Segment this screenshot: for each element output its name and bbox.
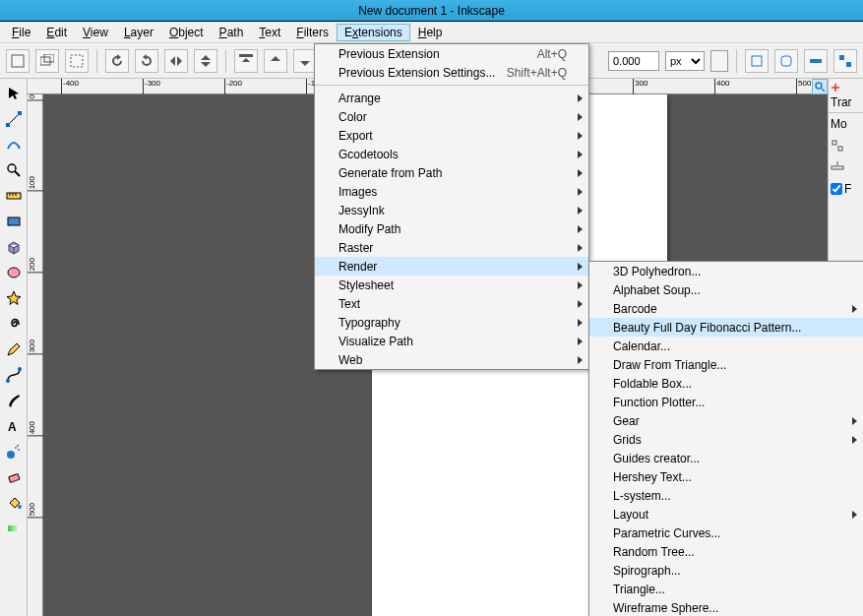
spiral-tool-icon[interactable] — [3, 313, 25, 335]
menu-item-l-system[interactable]: L-system... — [589, 486, 863, 505]
menu-item-wireframe-sphere[interactable]: Wireframe Sphere... — [589, 598, 863, 616]
flip-h-icon[interactable] — [164, 49, 188, 73]
toolbar-deselect-icon[interactable] — [65, 49, 89, 73]
menu-layer[interactable]: Layer — [116, 24, 161, 41]
bezier-tool-icon[interactable] — [3, 364, 25, 386]
3dbox-tool-icon[interactable] — [3, 236, 25, 258]
zoom-tool-icon[interactable] — [3, 159, 25, 181]
menu-item-typography[interactable]: Typography — [315, 313, 588, 332]
spray-tool-icon[interactable] — [3, 441, 25, 462]
menu-item-hershey-text[interactable]: Hershey Text... — [589, 467, 863, 486]
toolbar-select-all-icon[interactable] — [6, 49, 30, 73]
menu-item-gear[interactable]: Gear — [589, 411, 863, 430]
svg-line-32 — [822, 89, 825, 92]
transform-tab[interactable]: Trar — [829, 79, 863, 113]
ruler-find-icon[interactable] — [812, 79, 828, 94]
menu-item-gcodetools[interactable]: Gcodetools — [315, 145, 588, 163]
svg-point-20 — [8, 268, 20, 277]
svg-point-31 — [816, 83, 822, 89]
calligraphy-tool-icon[interactable] — [3, 390, 25, 411]
menu-item-stylesheet[interactable]: Stylesheet — [315, 276, 588, 294]
arrow-tool-icon[interactable] — [3, 83, 25, 104]
pencil-tool-icon[interactable] — [3, 339, 25, 360]
menu-path[interactable]: Path — [212, 24, 252, 41]
menu-item-arrange[interactable]: Arrange — [315, 89, 588, 107]
submenu-arrow-icon — [578, 300, 583, 308]
menu-item-beauty-full-day-fibonacci-pattern[interactable]: Beauty Full Day Fibonacci Pattern... — [589, 318, 863, 337]
menu-filters[interactable]: Filters — [288, 24, 337, 41]
ruler-tick: 300 — [28, 339, 43, 354]
menu-item-calendar[interactable]: Calendar... — [589, 337, 863, 355]
relative-checkbox-row[interactable]: F — [829, 178, 863, 200]
menu-item-previous-extension-settings-[interactable]: Previous Extension Settings...Shift+Alt+… — [315, 63, 588, 82]
sculpt-tool-icon[interactable] — [3, 134, 25, 155]
rotate-ccw-icon[interactable] — [105, 49, 129, 73]
menu-item-spirograph[interactable]: Spirograph... — [589, 561, 863, 580]
menu-object[interactable]: Object — [161, 24, 212, 41]
star-tool-icon[interactable] — [3, 287, 25, 309]
menu-item-triangle[interactable]: Triangle... — [589, 580, 863, 598]
raise-top-icon[interactable] — [234, 49, 258, 73]
svg-rect-3 — [71, 55, 83, 67]
menu-item-layout[interactable]: Layout — [589, 505, 863, 524]
svg-rect-28 — [8, 473, 19, 482]
menu-item-parametric-curves[interactable]: Parametric Curves... — [589, 524, 863, 542]
svg-rect-2 — [44, 54, 54, 62]
menu-item-foldable-box[interactable]: Foldable Box... — [589, 374, 863, 393]
raise-icon[interactable] — [264, 49, 287, 73]
node-tool-icon[interactable] — [3, 108, 25, 130]
menu-item-generate-from-path[interactable]: Generate from Path — [315, 163, 588, 182]
menu-edit[interactable]: Edit — [38, 24, 75, 41]
menu-item-render[interactable]: Render — [315, 257, 588, 276]
rotate-cw-icon[interactable] — [135, 49, 158, 73]
menu-file[interactable]: File — [4, 24, 38, 41]
menu-view[interactable]: View — [75, 24, 116, 41]
affect-gradient-icon[interactable] — [804, 49, 828, 73]
menu-item-random-tree[interactable]: Random Tree... — [589, 542, 863, 561]
affect-pattern-icon[interactable] — [833, 49, 857, 73]
height-input[interactable] — [608, 51, 659, 71]
eraser-tool-icon[interactable] — [3, 466, 25, 488]
menu-text[interactable]: Text — [251, 24, 288, 41]
measure-tool-icon[interactable] — [3, 185, 25, 207]
ruler-tick: 200 — [28, 258, 43, 273]
submenu-arrow-icon — [578, 338, 583, 345]
circle-tool-icon[interactable] — [3, 262, 25, 283]
toolbar-select-layer-icon[interactable] — [35, 49, 59, 73]
row-icon2[interactable] — [829, 156, 863, 178]
menu-item-barcode[interactable]: Barcode — [589, 299, 863, 318]
menu-extensions[interactable]: Extensions — [337, 24, 410, 41]
flip-v-icon[interactable] — [194, 49, 217, 73]
row-icon[interactable] — [829, 135, 863, 156]
menu-item-jessyink[interactable]: JessyInk — [315, 201, 588, 219]
menu-item-images[interactable]: Images — [315, 182, 588, 201]
menu-item-modify-path[interactable]: Modify Path — [315, 219, 588, 238]
menu-item-grids[interactable]: Grids — [589, 430, 863, 449]
menu-item-text[interactable]: Text — [315, 294, 588, 313]
menu-item-web[interactable]: Web — [315, 350, 588, 369]
relative-checkbox[interactable] — [831, 183, 842, 195]
text-tool-icon[interactable]: A — [3, 415, 25, 437]
unit-select[interactable]: px — [665, 51, 705, 71]
submenu-arrow-icon — [852, 511, 857, 519]
affect-stroke-icon[interactable] — [745, 49, 769, 73]
menu-item-draw-from-triangle[interactable]: Draw From Triangle... — [589, 355, 863, 374]
menu-item-raster[interactable]: Raster — [315, 238, 588, 257]
menu-help[interactable]: Help — [410, 24, 451, 41]
menu-item--d-polyhedron[interactable]: 3D Polyhedron... — [589, 262, 863, 280]
menu-item-export[interactable]: Export — [315, 126, 588, 145]
submenu-arrow-icon — [852, 305, 857, 313]
gradient-tool-icon[interactable] — [3, 518, 25, 539]
svg-rect-4 — [239, 54, 253, 57]
affect-corners-icon[interactable] — [774, 49, 798, 73]
menu-item-previous-extension[interactable]: Previous ExtensionAlt+Q — [315, 44, 588, 63]
bucket-tool-icon[interactable] — [3, 492, 25, 514]
menu-item-alphabet-soup[interactable]: Alphabet Soup... — [589, 280, 863, 299]
menu-item-visualize-path[interactable]: Visualize Path — [315, 332, 588, 350]
menu-item-function-plotter[interactable]: Function Plotter... — [589, 393, 863, 411]
ruler-tick: 100 — [28, 176, 43, 191]
menu-item-guides-creator[interactable]: Guides creator... — [589, 449, 863, 467]
lock-aspect-icon[interactable] — [710, 50, 728, 72]
menu-item-color[interactable]: Color — [315, 107, 588, 126]
rect-tool-icon[interactable] — [3, 211, 25, 232]
